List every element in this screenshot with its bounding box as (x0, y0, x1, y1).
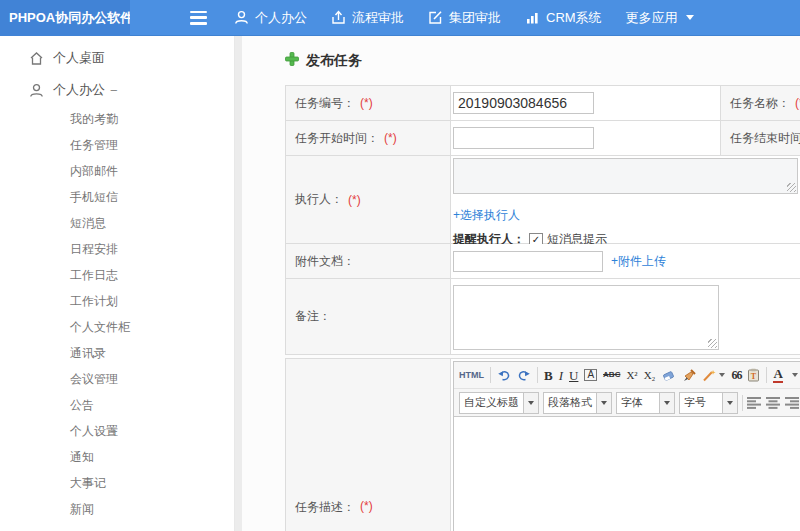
sidebar-scroll-track[interactable] (235, 36, 242, 531)
sidebar-item-work-plan[interactable]: 工作计划 (0, 288, 234, 314)
flow-approve-icon (331, 10, 346, 25)
sidebar-item-schedule[interactable]: 日程安排 (0, 236, 234, 262)
superscript-button[interactable]: X² (626, 370, 637, 381)
sidebar-item-notice[interactable]: 通知 (0, 444, 234, 470)
required-mark: (*) (348, 193, 361, 207)
paste-text-icon[interactable]: T (747, 368, 760, 382)
caret-down-icon (792, 373, 798, 377)
sidebar-item-personal-files[interactable]: 个人文件柜 (0, 314, 234, 340)
custom-title-select[interactable]: 自定义标题 (459, 392, 539, 414)
topbar: PHPOA协同办公软件 个人办公 流程审批 集团审批 (0, 0, 800, 36)
resize-grip-icon[interactable] (708, 339, 717, 348)
italic-button[interactable]: I (559, 369, 563, 382)
sidebar-item-personal-settings[interactable]: 个人设置 + (0, 418, 234, 444)
executor-label: 执行人：(*) (286, 156, 451, 244)
choose-executor-link[interactable]: +选择执行人 (453, 207, 800, 224)
sidebar-item-news[interactable]: 新闻 (0, 496, 234, 522)
nav-group-approval[interactable]: 集团审批 (428, 9, 501, 27)
sidebar-item-contacts[interactable]: 通讯录 (0, 340, 234, 366)
eraser-icon[interactable] (661, 369, 676, 382)
start-time-cell (451, 121, 721, 156)
font-color-button[interactable]: A (773, 367, 782, 383)
redo-icon[interactable] (517, 369, 531, 382)
underline-button[interactable]: U (569, 369, 578, 382)
bold-button[interactable]: B (544, 369, 553, 382)
end-time-label: 任务结束时间：(*) (721, 121, 800, 156)
font-family-select[interactable]: 字体 (616, 392, 675, 414)
align-left-icon[interactable] (747, 397, 762, 409)
caret-down-icon (722, 393, 737, 413)
rich-text-editor: HTML B I U A ABC X² (453, 361, 800, 531)
svg-text:T: T (751, 372, 757, 381)
blockquote-button[interactable]: 66 (731, 369, 741, 381)
strikethrough-button[interactable]: ABC (603, 371, 620, 379)
required-mark: (*) (795, 96, 800, 110)
task-no-input[interactable] (453, 92, 594, 114)
sidebar-item-personal-office[interactable]: 个人办公 − (0, 74, 234, 106)
caret-down-icon (523, 393, 538, 413)
sidebar-item-personal-desktop[interactable]: 个人桌面 (0, 42, 234, 74)
editor-content-area[interactable] (454, 417, 800, 531)
caret-down-icon (659, 393, 674, 413)
description-label: 任务描述：(*) (286, 359, 451, 531)
toolbar-separator (742, 395, 743, 411)
resize-grip-icon[interactable] (787, 183, 796, 192)
attachment-label: 附件文档： (286, 244, 451, 279)
app-logo: PHPOA协同办公软件 (0, 0, 130, 36)
start-time-input[interactable] (453, 127, 594, 149)
sidebar-item-announcement[interactable]: 公告 (0, 392, 234, 418)
page-title-text: 发布任务 (306, 52, 362, 70)
required-mark: (*) (384, 131, 397, 145)
attachment-input[interactable] (453, 251, 603, 272)
sidebar-item-memorabilia[interactable]: 大事记 (0, 470, 234, 496)
task-no-label: 任务编号：(*) (286, 86, 451, 121)
attachment-upload-link[interactable]: +附件上传 (611, 253, 666, 270)
align-right-icon[interactable] (785, 397, 800, 409)
toolbar-separator (490, 367, 491, 383)
paragraph-format-select[interactable]: 段落格式 (543, 392, 612, 414)
font-size-select[interactable]: 字号 (679, 392, 738, 414)
sidebar-item-internal-mail[interactable]: 内部邮件 (0, 158, 234, 184)
person-icon (29, 83, 44, 98)
caret-down-icon (596, 393, 611, 413)
sidebar-item-my-attendance[interactable]: 我的考勤 (0, 106, 234, 132)
start-time-label: 任务开始时间：(*) (286, 121, 451, 156)
attachment-cell: +附件上传 (451, 244, 800, 279)
person-icon (234, 10, 249, 25)
sidebar-item-work-log[interactable]: 工作日志 (0, 262, 234, 288)
sidebar-item-short-message[interactable]: 短消息 (0, 210, 234, 236)
sidebar-item-sms[interactable]: 手机短信 (0, 184, 234, 210)
required-mark: (*) (360, 499, 373, 513)
auto-format-wand-icon[interactable] (702, 369, 725, 382)
sidebar-item-meeting-management[interactable]: 会议管理 (0, 366, 234, 392)
phpoa-app: PHPOA协同办公软件 个人办公 流程审批 集团审批 (0, 0, 800, 531)
home-icon (29, 51, 44, 66)
html-source-button[interactable]: HTML (459, 371, 484, 380)
caret-down-icon (719, 373, 725, 377)
char-border-button[interactable]: A (584, 369, 597, 381)
editor-cell: HTML B I U A ABC X² (451, 359, 800, 531)
top-nav: 个人办公 流程审批 集团审批 CRM系统 更多应用 (234, 9, 694, 27)
executor-textarea[interactable] (453, 158, 798, 194)
nav-crm-system[interactable]: CRM系统 (525, 9, 602, 27)
menu-icon[interactable] (190, 11, 210, 25)
editor-toolbar-row1: HTML B I U A ABC X² (454, 362, 800, 389)
expand-icon[interactable]: + (110, 424, 118, 439)
undo-icon[interactable] (497, 369, 511, 382)
compose-icon (428, 10, 443, 25)
caret-down-icon (686, 15, 694, 20)
nav-personal-office[interactable]: 个人办公 (234, 9, 307, 27)
remark-cell (451, 279, 800, 354)
subscript-button[interactable]: X₂ (644, 370, 656, 381)
task-form-table: 任务编号：(*) 任务名称：(*) 任务开始时间：(*) 任务结束时间：(*) … (285, 85, 800, 355)
nav-workflow-approval[interactable]: 流程审批 (331, 9, 404, 27)
align-center-icon[interactable] (766, 397, 781, 409)
sidebar: 个人桌面 个人办公 − 我的考勤 任务管理 内部邮件 手机短信 短消息 日程安排… (0, 36, 235, 531)
format-brush-icon[interactable] (682, 369, 696, 382)
editor-toolbar-row2: 自定义标题 段落格式 字体 字号 (454, 389, 800, 417)
collapse-icon[interactable]: − (110, 83, 118, 98)
add-icon (285, 52, 299, 70)
nav-more-apps[interactable]: 更多应用 (626, 9, 694, 27)
remark-textarea[interactable] (453, 285, 719, 350)
sidebar-item-task-management[interactable]: 任务管理 (0, 132, 234, 158)
